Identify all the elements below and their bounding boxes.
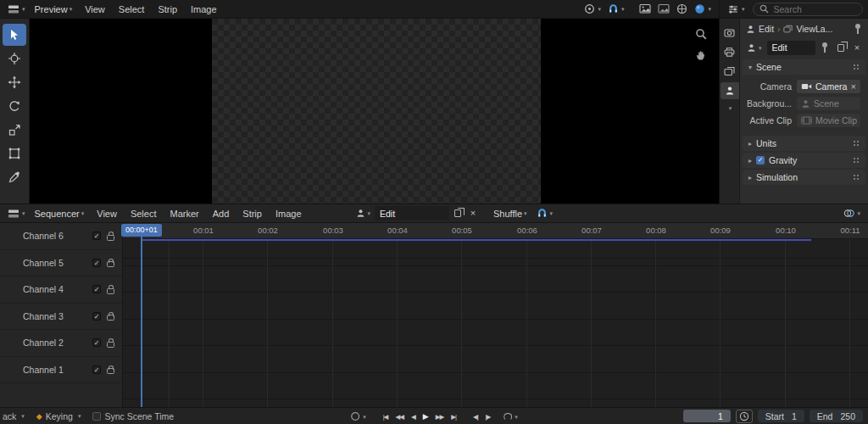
playhead[interactable] bbox=[141, 224, 142, 407]
new-scene-button[interactable] bbox=[834, 41, 848, 55]
display-channels-toggle[interactable] bbox=[655, 2, 672, 16]
panel-units-header[interactable]: ▸ Units bbox=[743, 136, 865, 151]
channel-mute-checkbox[interactable]: ✓ bbox=[92, 285, 101, 293]
tab-view-layer[interactable] bbox=[721, 63, 739, 80]
snap-toggle[interactable]: ▾ bbox=[605, 2, 627, 16]
sequencer-mode-dropdown[interactable]: Sequencer ▾ bbox=[30, 207, 90, 220]
channel-row[interactable]: Channel 5✓ bbox=[0, 250, 122, 277]
play-button[interactable]: ▶ bbox=[420, 410, 431, 422]
tab-render[interactable] bbox=[721, 24, 739, 41]
editor-type-button[interactable]: ▾ bbox=[725, 2, 748, 17]
channel-row[interactable]: Channel 3✓ bbox=[0, 304, 122, 331]
channel-lock-icon[interactable] bbox=[107, 235, 114, 241]
channel-mute-checkbox[interactable]: ✓ bbox=[92, 232, 101, 240]
current-frame-field[interactable]: 1 bbox=[683, 410, 731, 422]
preview-mode-dropdown[interactable]: Preview ▾ bbox=[30, 3, 78, 16]
fake-user-button[interactable] bbox=[818, 41, 832, 55]
channel-lock-icon[interactable] bbox=[107, 288, 114, 294]
unlink-scene-button[interactable]: × bbox=[850, 41, 864, 55]
overlays-dropdown[interactable]: ▾ bbox=[841, 206, 863, 220]
active-clip-field[interactable]: Movie Clip bbox=[797, 114, 860, 127]
next-keyframe-button[interactable]: ▶▶ bbox=[432, 411, 448, 422]
zoom-icon[interactable] bbox=[695, 28, 707, 40]
new-scene-button[interactable] bbox=[451, 206, 465, 220]
timeline-area[interactable]: 00:01 00:02 00:03 00:04 00:05 00:06 00:0… bbox=[123, 223, 868, 407]
menu-view[interactable]: View bbox=[91, 207, 123, 220]
search-field[interactable] bbox=[753, 3, 863, 16]
drag-grip-icon[interactable] bbox=[854, 175, 860, 181]
channel-row[interactable]: Channel 4✓ bbox=[0, 276, 122, 304]
end-frame-field[interactable]: End 250 bbox=[810, 410, 863, 422]
loop-toggle[interactable]: ▾ bbox=[501, 411, 520, 422]
channel-row[interactable]: Channel 1✓ bbox=[0, 357, 122, 384]
snap-toggle[interactable]: ▾ bbox=[534, 206, 556, 220]
panel-simulation-header[interactable]: ▸ Simulation bbox=[743, 170, 865, 185]
tool-rotate[interactable] bbox=[3, 95, 26, 117]
channel-row[interactable]: Channel 6✓ bbox=[0, 223, 122, 250]
menu-select[interactable]: Select bbox=[113, 3, 151, 16]
channel-lock-icon[interactable] bbox=[107, 368, 114, 374]
breadcrumb-scene[interactable]: Edit bbox=[759, 24, 774, 34]
browse-scene-button[interactable]: ▾ bbox=[353, 207, 374, 220]
tool-cursor[interactable] bbox=[3, 47, 26, 70]
autokey-sync-icon[interactable]: ▾ bbox=[348, 410, 369, 423]
channel-lock-icon[interactable] bbox=[107, 315, 114, 321]
playhead-frame-badge[interactable]: 00:00+01 bbox=[121, 224, 162, 237]
start-frame-field[interactable]: Start 1 bbox=[758, 410, 804, 422]
tool-move[interactable] bbox=[3, 71, 26, 93]
channel-mute-checkbox[interactable]: ✓ bbox=[92, 365, 101, 374]
preview-canvas[interactable] bbox=[31, 19, 719, 204]
panel-scene-header[interactable]: ▾ Scene bbox=[743, 59, 865, 75]
channel-mute-checkbox[interactable]: ✓ bbox=[92, 312, 101, 321]
time-ruler[interactable]: 00:01 00:02 00:03 00:04 00:05 00:06 00:0… bbox=[123, 223, 868, 239]
drag-grip-icon[interactable] bbox=[854, 158, 860, 164]
gravity-checkbox-checked[interactable]: ✓ bbox=[756, 156, 765, 165]
menu-image[interactable]: Image bbox=[185, 3, 223, 16]
pan-hand-icon[interactable] bbox=[695, 49, 707, 61]
channel-lock-icon[interactable] bbox=[107, 261, 114, 267]
step-forward-button[interactable]: |▶ bbox=[482, 411, 494, 422]
menu-add[interactable]: Add bbox=[207, 207, 236, 220]
scene-name-field[interactable]: Edit bbox=[375, 206, 449, 220]
pivot-point-dropdown[interactable]: ▾ bbox=[581, 2, 604, 16]
breadcrumb-view-layer[interactable]: ViewLa... bbox=[796, 24, 832, 34]
browse-scene-button[interactable]: ▾ bbox=[744, 42, 765, 54]
scene-name-field[interactable]: Edit bbox=[767, 41, 815, 55]
background-scene-field[interactable]: Scene bbox=[797, 97, 860, 110]
editor-type-button[interactable]: ▾ bbox=[5, 206, 28, 221]
sync-scene-time-toggle[interactable]: Sync Scene Time bbox=[92, 411, 174, 421]
tool-sample[interactable] bbox=[3, 166, 26, 188]
jump-to-start-button[interactable]: |◀ bbox=[380, 411, 392, 422]
jump-to-end-button[interactable]: ▶| bbox=[448, 411, 459, 422]
use-preview-range-button[interactable] bbox=[736, 410, 753, 423]
close-icon[interactable]: × bbox=[851, 82, 856, 92]
channel-row[interactable]: Channel 2✓ bbox=[0, 330, 122, 357]
panel-gravity-header[interactable]: ▸ ✓ Gravity bbox=[743, 153, 865, 168]
editor-type-button[interactable]: ▾ bbox=[5, 2, 28, 17]
strip-tracks[interactable] bbox=[123, 239, 868, 407]
unlink-scene-button[interactable]: × bbox=[466, 206, 480, 220]
gizmo-toggle[interactable] bbox=[674, 2, 690, 16]
play-reverse-button[interactable]: ◀ bbox=[408, 411, 419, 422]
menu-select[interactable]: Select bbox=[125, 207, 163, 220]
menu-strip[interactable]: Strip bbox=[236, 207, 268, 220]
search-input[interactable] bbox=[772, 3, 856, 15]
menu-strip[interactable]: Strip bbox=[152, 3, 183, 16]
channel-mute-checkbox[interactable]: ✓ bbox=[92, 259, 101, 267]
prev-keyframe-button[interactable]: ◀◀ bbox=[392, 411, 407, 422]
tool-transform[interactable] bbox=[3, 142, 26, 165]
drag-grip-icon[interactable] bbox=[854, 141, 860, 147]
render-preview-toggle[interactable] bbox=[637, 2, 654, 16]
tab-scene[interactable] bbox=[721, 82, 739, 99]
tool-scale[interactable] bbox=[3, 119, 26, 141]
tab-output[interactable] bbox=[721, 43, 739, 60]
step-back-button[interactable]: ◀| bbox=[470, 411, 481, 422]
pin-icon[interactable] bbox=[854, 24, 862, 34]
chevron-down-icon[interactable]: ▾ bbox=[729, 105, 732, 111]
drag-grip-icon[interactable] bbox=[854, 64, 860, 70]
menu-image[interactable]: Image bbox=[270, 207, 308, 220]
keying-popover[interactable]: ◆ Keying ▾ bbox=[36, 411, 81, 421]
camera-field[interactable]: Camera × bbox=[797, 80, 860, 93]
menu-marker[interactable]: Marker bbox=[164, 207, 204, 220]
channel-lock-icon[interactable] bbox=[107, 342, 114, 348]
